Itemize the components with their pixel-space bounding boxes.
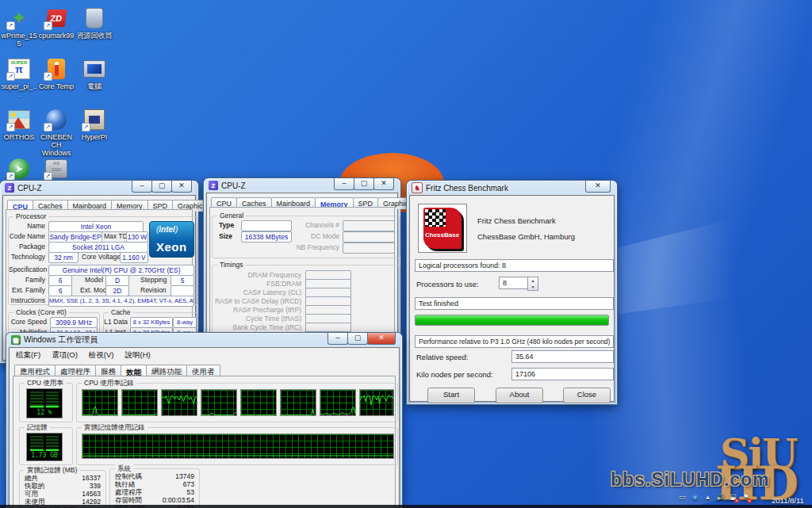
shortcut-arrow-icon: ↗	[82, 123, 90, 132]
window-title: Windows 工作管理員	[24, 334, 98, 346]
intel-xeon-badge: (intel)inside™ Xeon	[149, 221, 194, 258]
window-title: CPU-Z	[221, 181, 246, 190]
processor-group: Processor Name Intel Xeon Code Name Sand…	[8, 216, 198, 305]
package-field: Socket 2011 LGA	[48, 242, 148, 253]
tray-flag-icon[interactable]: ⚑✕	[741, 493, 750, 502]
l1-data-field: 8 x 32 KBytes	[130, 317, 173, 328]
cpu-history-graph-4	[201, 389, 237, 416]
fritz-company: ChessBase GmbH, Hamburg	[477, 232, 575, 241]
ext-family-field: 6	[48, 285, 72, 296]
cpu-usage-gauge: 12 %	[26, 388, 63, 418]
tray-display-icon[interactable]: ▭	[678, 493, 687, 502]
minimize-button[interactable]: –	[334, 178, 354, 190]
desktop-icon-recycle-bin[interactable]: 資源回收筒	[76, 6, 113, 40]
menu-help[interactable]: 說明(H)	[121, 349, 155, 362]
technology-field: 32 nm	[48, 252, 79, 263]
system-tray: ▭ ◉ ▴ 🔊 ⬓✕ ⚑✕	[678, 493, 750, 502]
close-button[interactable]: ✕	[171, 181, 192, 193]
desktop-icon-cpumark[interactable]: ZD↗ cpumark99	[38, 6, 75, 40]
cpu-history-graph-8	[359, 389, 394, 416]
desktop-icon-orthos[interactable]: ↗ ORTHOS	[1, 108, 37, 141]
cpu-history-graph-7	[320, 389, 356, 416]
shortcut-arrow-icon: ↗	[44, 72, 52, 81]
cpu-history-graph-6	[280, 389, 316, 416]
family-field: 6	[48, 275, 72, 286]
task-manager-window: ▦ Windows 工作管理員 – ▢ ✕ 檔案(F) 選項(O) 檢視(V) …	[6, 333, 402, 508]
memory-history-group: 實體記憶體使用記錄	[76, 427, 398, 465]
cpuz-app-icon: Z	[209, 181, 218, 190]
cpu-history-graph-5	[240, 389, 277, 416]
relative-speed-field: 35.64	[511, 350, 614, 363]
menu-file[interactable]: 檔案(F)	[11, 349, 45, 362]
start-button[interactable]: Start	[427, 388, 475, 403]
kilo-nodes-field: 17106	[511, 368, 614, 380]
menu-options[interactable]: 選項(O)	[47, 349, 82, 362]
fritz-app-name: Fritz Chess Benchmark	[477, 216, 556, 225]
menu-view[interactable]: 檢視(V)	[84, 349, 119, 362]
processors-spinner[interactable]: ▲▼	[527, 277, 538, 291]
taskbar-edge	[0, 505, 812, 508]
instructions-field: MMX, SSE (1, 2, 3, 3S, 4.1, 4.2), EM64T,…	[48, 296, 194, 307]
revision-field	[170, 285, 194, 296]
taskbar-clock-date[interactable]: 2011/8/11	[772, 496, 804, 505]
max-tdp-field: 130 W	[126, 231, 148, 243]
tray-volume-icon[interactable]: 🔊	[716, 493, 725, 502]
core-voltage-field: 1.160 V	[120, 252, 148, 263]
desktop-icon-computer[interactable]: 電腦	[76, 57, 113, 90]
desktop-icon-superpi[interactable]: SUPERπ↗ super_pi_...	[1, 57, 37, 98]
minimize-button[interactable]: –	[132, 181, 152, 193]
shortcut-arrow-icon: ↗	[6, 72, 15, 81]
close-button[interactable]: ✕	[373, 178, 394, 190]
l1-data-way-field: 8-way	[173, 317, 197, 328]
tray-network-icon[interactable]: ⬓✕	[729, 493, 737, 502]
core-speed-field: 3099.9 MHz	[50, 317, 98, 328]
memory-group: 記憶體 1.73 GB	[19, 427, 73, 465]
fritz-app-icon: ♞	[412, 182, 423, 193]
memory-history-graph	[82, 434, 394, 459]
cpu-name-field: Intel Xeon	[48, 221, 144, 232]
kilo-nodes-label: Kilo nodes per second:	[416, 370, 493, 379]
task-manager-app-icon: ▦	[11, 335, 21, 345]
fritz-client: ChessBase Fritz Chess Benchmark ChessBas…	[409, 195, 615, 402]
desktop-icon-coretemp[interactable]: ↗ Core Temp	[38, 57, 75, 90]
desktop-icon-hyperpi[interactable]: ↗ HyperPI	[76, 108, 113, 141]
tray-help-icon[interactable]: ◉	[691, 493, 699, 502]
close-button[interactable]: ✕	[585, 181, 611, 193]
memory-usage-gauge: 1.73 GB	[26, 433, 63, 461]
specification-field: Genuine Intel(R) CPU @ 2.70GHz (ES)	[48, 265, 194, 276]
siluhd-url-watermark: bbs.SiLUHD.com	[611, 469, 770, 491]
cpu-history-graph-2	[121, 389, 158, 416]
cpu-history-group: CPU 使用率記錄	[76, 383, 398, 422]
code-name-field: Sandy Bridge-EP	[48, 231, 102, 243]
maximize-button[interactable]: ▢	[151, 181, 172, 193]
about-button[interactable]: About	[496, 388, 543, 403]
model-field: D	[105, 275, 129, 286]
ext-model-field: 2D	[105, 285, 129, 296]
processors-to-use-label: Processors to use:	[416, 280, 479, 288]
maximize-button[interactable]: ▢	[347, 333, 368, 345]
close-button[interactable]: Close	[563, 388, 611, 403]
close-button[interactable]: ✕	[367, 333, 396, 345]
shortcut-arrow-icon: ↗	[6, 21, 15, 30]
logical-processors-field: Logical processors found: 8	[415, 259, 614, 272]
stepping-field: 5	[170, 275, 194, 286]
fritz-window: ♞ Fritz Chess Benchmark ✕ ChessBase Frit…	[407, 181, 617, 404]
cpu-history-graph-3	[161, 389, 197, 416]
maximize-button[interactable]: ▢	[354, 178, 374, 190]
recycle-bin-icon	[86, 8, 103, 29]
minimize-button[interactable]: –	[327, 333, 348, 345]
nb-frequency-field	[343, 243, 395, 254]
shortcut-arrow-icon: ↗	[6, 172, 15, 181]
performance-note-field: Performance relative to P3 1.0 GHz (480 …	[415, 335, 614, 348]
computer-icon	[83, 60, 105, 78]
tray-show-hidden-icon[interactable]: ▴	[703, 493, 712, 502]
shortcut-arrow-icon: ↗	[44, 21, 52, 30]
cpu-usage-group: CPU 使用率 12 %	[19, 383, 73, 422]
mem-size-field: 16338 MBytes	[241, 231, 292, 243]
desktop-icon-wprime[interactable]: ✦↗ wPrime_155	[1, 6, 37, 48]
cpuz-app-icon: Z	[5, 183, 14, 193]
system-group: 系統 控制代碼13749 執行緒673 處理程序53 存留時間0:00:03:5…	[109, 468, 200, 508]
task-manager-client: 檔案(F) 選項(O) 檢視(V) 說明(H) 應用程式 處理程序 服務 效能 …	[9, 347, 400, 508]
chessbase-logo: ChessBase	[418, 204, 467, 253]
shortcut-arrow-icon: ↗	[44, 123, 52, 132]
